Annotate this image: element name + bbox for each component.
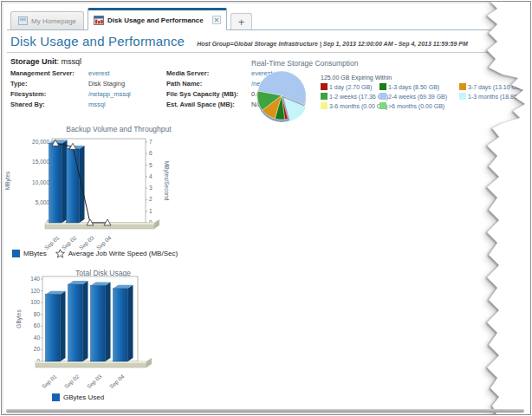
svg-text:15,000: 15,000 — [32, 159, 49, 165]
screenshot-frame: My Homepage Disk Usage and Performance +… — [1, 1, 531, 415]
write-speed-legend-label: Average Job Write Speed (MB/Sec) — [68, 250, 178, 257]
svg-text:2: 2 — [149, 196, 152, 202]
field-label: Est. Avail Space (MB): — [166, 101, 250, 108]
svg-text:Sep 02: Sep 02 — [63, 373, 81, 390]
report-icon — [94, 16, 104, 25]
svg-text:10,000: 10,000 — [32, 179, 49, 185]
new-tab-label: + — [238, 16, 245, 29]
legend-swatch-icon — [321, 93, 328, 100]
page-title: Disk Usage and Performance — [10, 34, 185, 49]
field-value: Disk Staging — [88, 80, 165, 88]
legend-label: 1 day (2.70 GB) — [329, 84, 372, 90]
total-disk-usage-chart: 020406080100120140Sep 01Sep 02Sep 03Sep … — [14, 272, 178, 393]
svg-text:GBytes: GBytes — [16, 309, 23, 328]
pie-legend-item: 1-3 days (8.50 GB) — [380, 83, 456, 90]
tab-disk-usage-and-performance[interactable]: Disk Usage and Performance — [88, 8, 227, 30]
svg-text:120: 120 — [30, 288, 40, 294]
svg-text:140: 140 — [30, 276, 40, 282]
homepage-icon — [18, 16, 28, 25]
legend-swatch-icon — [380, 83, 386, 90]
svg-text:80: 80 — [34, 311, 41, 317]
chart2-legend: GBytes Used — [52, 393, 104, 401]
tab-label: My Homepage — [31, 17, 76, 25]
pie-legend-item: 1-2 weeks (17.36 GB) — [321, 93, 376, 100]
svg-text:5,000: 5,000 — [36, 199, 50, 205]
storage-unit-label: Storage Unit — [10, 57, 57, 66]
tab-label: Disk Usage and Performance — [107, 16, 204, 24]
svg-text:7: 7 — [149, 139, 152, 145]
svg-text:MBytes: MBytes — [4, 171, 11, 190]
legend-label: 1-3 days (8.50 GB) — [388, 84, 439, 90]
svg-text:100: 100 — [30, 299, 40, 305]
field-value-link[interactable]: mssql — [88, 101, 165, 108]
field-label: Path Name: — [166, 80, 250, 88]
field-value-link[interactable]: /netapp_mssql — [88, 90, 165, 98]
field-label: Type: — [10, 80, 87, 88]
storage-unit-title: Storage Unit: mssql — [10, 57, 253, 66]
storage-consumption-pie-chart — [251, 69, 317, 128]
storage-unit-fields: Management Server:everestMedia Server:ev… — [10, 69, 253, 108]
svg-text:4: 4 — [149, 173, 152, 179]
page-header: Disk Usage and PerformanceHost Group=Glo… — [10, 34, 530, 49]
backup-volume-throughput-chart: 05,00010,00015,00020,00001234567Sep 01Se… — [3, 133, 191, 260]
svg-text:20: 20 — [34, 346, 41, 352]
legend-label: >6 months (0.00 GB) — [388, 103, 444, 109]
svg-text:MBytes/Second: MBytes/Second — [163, 161, 170, 201]
gbytes-legend-label: GBytes Used — [63, 393, 104, 401]
tab-bar: My Homepage Disk Usage and Performance + — [7, 6, 523, 30]
svg-text:Sep 04: Sep 04 — [108, 373, 127, 390]
svg-text:6: 6 — [149, 150, 152, 156]
pie-legend-item: 3-6 months (0.00 GB) — [321, 102, 376, 109]
tab-my-homepage[interactable]: My Homepage — [10, 11, 84, 29]
legend-swatch-icon — [380, 93, 386, 100]
write-speed-marker-icon — [55, 249, 65, 258]
chart1-legend: MBytes Average Job Write Speed (MB/Sec) — [12, 249, 178, 258]
svg-text:Sep 01: Sep 01 — [41, 373, 59, 390]
svg-text:3: 3 — [149, 185, 152, 191]
mbytes-legend-swatch-icon — [12, 250, 20, 257]
svg-text:5: 5 — [149, 162, 152, 168]
pie-legend-item: 2-4 weeks (69.39 GB) — [380, 93, 456, 100]
storage-unit-name: mssql — [62, 57, 82, 66]
new-tab-button[interactable]: + — [230, 13, 253, 29]
gbytes-legend-swatch-icon — [52, 393, 60, 401]
field-label: Management Server: — [10, 69, 87, 77]
chart1-title: Backup Volume and Throughput — [36, 125, 201, 133]
legend-swatch-icon — [321, 83, 328, 90]
pie-legend-item: >6 months (0.00 GB) — [380, 102, 456, 109]
field-label: Shared By: — [10, 101, 87, 108]
report-context: Host Group=Global Storage Infrastructure… — [197, 41, 468, 47]
field-label: Media Server: — [166, 69, 250, 77]
legend-label: 2-4 weeks (69.39 GB) — [388, 94, 447, 100]
torn-edge-decoration — [468, 2, 530, 415]
field-value-link[interactable]: everest — [88, 69, 165, 77]
legend-swatch-icon — [459, 93, 466, 100]
svg-text:20,000: 20,000 — [32, 139, 49, 145]
mbytes-legend-label: MBytes — [23, 250, 47, 257]
field-label: File Sys Capacity (MB): — [166, 90, 250, 98]
svg-text:Sep 03: Sep 03 — [86, 373, 104, 390]
svg-text:60: 60 — [34, 322, 41, 328]
field-label: Filesystem: — [10, 90, 87, 98]
legend-swatch-icon — [459, 83, 466, 90]
legend-swatch-icon — [380, 102, 386, 109]
svg-text:40: 40 — [34, 335, 41, 341]
tab-close-icon[interactable] — [212, 16, 221, 24]
pie-legend-item: 1 day (2.70 GB) — [321, 83, 376, 90]
svg-text:1: 1 — [149, 208, 152, 214]
header-divider — [7, 52, 492, 53]
storage-unit-details: Storage Unit: mssql Management Server:ev… — [10, 57, 253, 108]
legend-swatch-icon — [321, 102, 328, 109]
